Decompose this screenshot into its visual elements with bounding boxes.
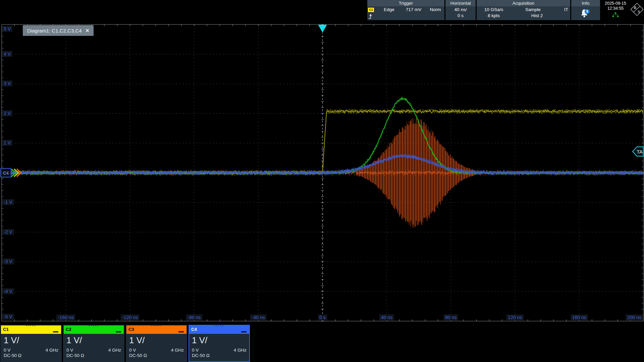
channel-scale: 1 V/: [129, 335, 184, 345]
diagram-tab-label: Diagram1: C1,C2,C3,C4: [27, 28, 82, 34]
trigger-mode: Norm: [427, 7, 444, 12]
grip-dots-icon: •••••: [151, 324, 162, 327]
close-icon[interactable]: ✕: [86, 28, 90, 33]
svg-text:R: R: [634, 5, 637, 10]
acquisition-section-title: Acquisition: [477, 0, 570, 6]
minimize-icon[interactable]: [116, 331, 121, 333]
channel-coupling: DC-50 Ω: [192, 353, 247, 358]
channel-id: C3: [128, 327, 134, 332]
trigger-level-label: TA: [637, 149, 643, 155]
network-lan-icon: [601, 12, 630, 19]
channel-marker-label: C4: [3, 171, 9, 176]
channel-scale: 1 V/: [66, 335, 121, 345]
info-section-title: Info: [571, 0, 600, 6]
svg-text:S: S: [638, 9, 640, 14]
channel-box-c3[interactable]: C3 ••••• 1 V/ 0 V 4 GHz DC-50 Ω: [126, 325, 187, 362]
trigger-section-title: Trigger: [367, 0, 444, 6]
channel-box-c2[interactable]: C2 ••••• 1 V/ 0 V 4 GHz DC-50 Ω: [63, 325, 124, 362]
channel-scale: 1 V/: [4, 335, 58, 345]
info-button[interactable]: Info 9: [571, 0, 600, 20]
channel-id: C4: [191, 327, 197, 332]
channel-box-c4[interactable]: C4 ••••• 1 V/ 0 V 4 GHz DC-50 Ω: [189, 325, 250, 362]
trigger-type: Edge: [377, 7, 401, 12]
grip-dots-icon: •••••: [26, 324, 36, 327]
channel-bandwidth: 4 GHz: [108, 348, 121, 353]
channel-offset: 0 V: [129, 348, 136, 353]
notification-count-badge: 9: [586, 9, 588, 13]
horizontal-section-title: Horizontal: [445, 0, 476, 6]
grip-dots-icon: •••••: [89, 324, 99, 327]
top-status-bar: Trigger C1 Edge 717 mV Norm Horizontal 4…: [0, 0, 644, 20]
interpolation-mode: IT: [564, 7, 568, 12]
channel-coupling: DC-50 Ω: [66, 353, 121, 358]
waveform-display[interactable]: TAC4: [0, 0, 644, 362]
trigger-level-marker[interactable]: TA: [633, 147, 643, 156]
channel-box-c1[interactable]: C1 ••••• 1 V/ 0 V 4 GHz DC-50 Ω: [0, 325, 62, 362]
channel-offset-marker[interactable]: C4: [1, 169, 21, 177]
channel-offset: 0 V: [4, 348, 10, 353]
channel-id: C2: [66, 327, 71, 332]
diagram-tab[interactable]: Diagram1: C1,C2,C3,C4 ✕: [23, 25, 94, 36]
history-mode: Hist 2: [523, 13, 551, 18]
trigger-level: 717 mV: [401, 7, 426, 12]
channel-offset: 0 V: [192, 348, 199, 353]
oscilloscope-screen: Trigger C1 Edge 717 mV Norm Horizontal 4…: [0, 0, 644, 362]
minimize-icon[interactable]: [53, 331, 58, 333]
date-time-display[interactable]: 2025-09-15 12:34:55: [601, 0, 630, 20]
acquisition-mode: Sample: [519, 7, 547, 12]
channel-bandwidth: 4 GHz: [46, 348, 58, 353]
channel-offset: 0 V: [66, 348, 73, 353]
channel-id: C1: [3, 327, 9, 332]
notification-bell-icon[interactable]: 9: [580, 8, 591, 19]
channel-coupling: DC-50 Ω: [129, 353, 184, 358]
record-length: 8 kpts: [479, 13, 508, 18]
minimize-icon[interactable]: [178, 331, 184, 333]
trigger-source-badge: C1: [368, 8, 374, 12]
channel-coupling: DC-50 Ω: [4, 353, 58, 358]
rohde-schwarz-logo: R S: [630, 3, 644, 16]
sample-rate: 10 GSa/s: [479, 7, 508, 12]
horizontal-settings-button[interactable]: Horizontal 40 ns/ 0 s: [445, 0, 476, 20]
channel-bandwidth: 4 GHz: [171, 348, 184, 353]
time-value: 12:34:55: [601, 6, 630, 11]
channel-scale: 1 V/: [192, 335, 247, 345]
acquisition-settings-button[interactable]: Acquisition 10 GSa/s 8 kpts Sample Hist …: [477, 0, 570, 20]
trigger-position-marker[interactable]: [318, 25, 327, 33]
channel-strip: C1 ••••• 1 V/ 0 V 4 GHz DC-50 Ω C2 •••••…: [0, 324, 644, 362]
trigger-settings-button[interactable]: Trigger C1 Edge 717 mV Norm: [367, 0, 444, 20]
horizontal-scale: 40 ns/: [445, 7, 476, 12]
minimize-icon[interactable]: [241, 331, 247, 333]
rising-edge-icon: [368, 13, 374, 20]
date-value: 2025-09-15: [601, 1, 630, 6]
horizontal-position: 0 s: [445, 13, 476, 18]
grip-dots-icon: •••••: [214, 324, 224, 327]
channel-bandwidth: 4 GHz: [234, 348, 247, 353]
